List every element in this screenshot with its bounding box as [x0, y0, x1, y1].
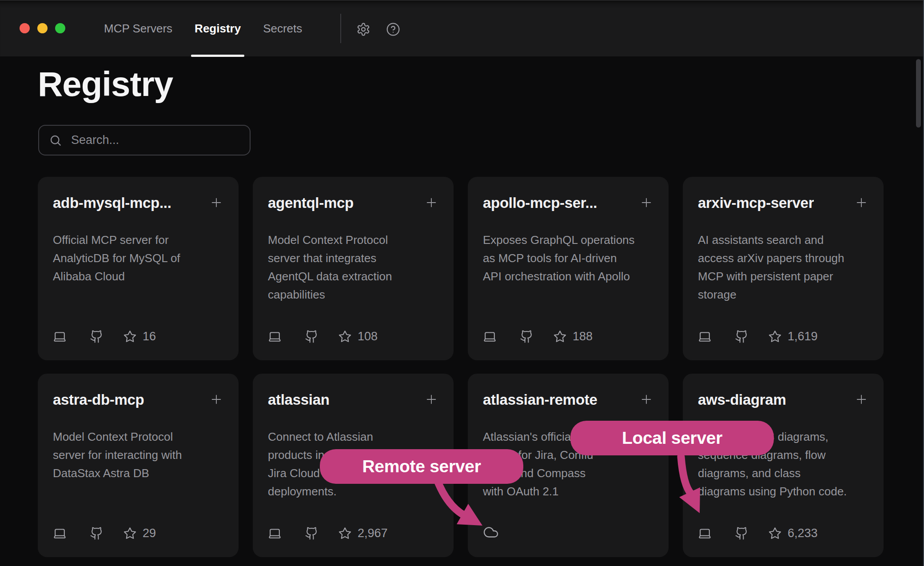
registry-card[interactable]: aws-diagram Generate AWS diagrams, seque…	[683, 374, 884, 557]
card-title: atlassian-remote	[483, 391, 597, 408]
card-description: Exposes GraphQL operations as MCP tools …	[483, 231, 653, 286]
star-count-value: 6,233	[788, 526, 818, 540]
star-count: 1,619	[768, 330, 818, 343]
github-icon	[90, 330, 104, 343]
toolbar: MCP Servers Registry Secrets	[0, 0, 923, 56]
github-icon	[305, 330, 319, 343]
star-count: 108	[338, 330, 378, 343]
laptop-icon	[268, 526, 282, 540]
star-icon	[123, 330, 137, 343]
card-title: adb-mysql-mcp...	[53, 195, 171, 211]
tab-secrets[interactable]: Secrets	[262, 0, 303, 57]
card-footer	[483, 524, 653, 540]
star-count: 2,967	[338, 526, 388, 540]
card-footer: 2,967	[268, 526, 438, 540]
toolbar-divider	[340, 14, 341, 43]
github-icon	[735, 330, 749, 343]
star-count-value: 1,619	[788, 330, 818, 343]
laptop-icon	[268, 330, 282, 343]
card-footer: 16	[53, 330, 223, 343]
card-footer: 188	[483, 330, 653, 343]
add-server-icon[interactable]	[209, 392, 223, 407]
star-icon	[338, 330, 352, 343]
registry-card[interactable]: astra-db-mcp Model Context Protocol serv…	[38, 374, 239, 557]
star-count: 188	[553, 330, 593, 343]
search-icon	[49, 134, 62, 147]
card-footer: 1,619	[698, 330, 868, 343]
github-icon	[90, 526, 104, 540]
help-icon[interactable]	[386, 22, 400, 36]
registry-card[interactable]: arxiv-mcp-server AI assistants search an…	[683, 177, 884, 360]
card-title: astra-db-mcp	[53, 391, 144, 408]
tab-bar: MCP Servers Registry Secrets	[103, 0, 303, 57]
star-icon	[553, 330, 567, 343]
registry-card[interactable]: adb-mysql-mcp... Official MCP server for…	[38, 177, 239, 360]
add-server-icon[interactable]	[209, 195, 223, 210]
scrollbar-thumb[interactable]	[916, 59, 921, 128]
star-count-value: 2,967	[358, 526, 388, 540]
card-title: agentql-mcp	[268, 195, 354, 211]
remote-server-callout: Remote server	[320, 449, 523, 484]
laptop-icon	[698, 330, 712, 343]
app-window: MCP Servers Registry Secrets Registry	[0, 0, 924, 566]
traffic-lights	[20, 23, 65, 33]
card-title: aws-diagram	[698, 391, 786, 408]
star-count: 16	[123, 330, 156, 343]
card-description: AI assistants search and access arXiv pa…	[698, 231, 868, 304]
page-title: Registry	[38, 67, 173, 101]
card-title: arxiv-mcp-server	[698, 195, 814, 211]
star-count-value: 188	[573, 330, 593, 343]
search-input[interactable]	[70, 133, 240, 147]
github-icon	[305, 526, 319, 540]
star-icon	[123, 526, 137, 540]
laptop-icon	[698, 526, 712, 540]
github-icon	[520, 330, 534, 343]
local-server-callout: Local server	[570, 421, 774, 455]
close-button[interactable]	[20, 23, 30, 33]
add-server-icon[interactable]	[639, 392, 653, 407]
star-count-value: 29	[143, 526, 156, 540]
card-description: Model Context Protocol server for intera…	[53, 428, 223, 482]
star-icon	[768, 526, 782, 540]
card-footer: 108	[268, 330, 438, 343]
cloud-icon	[483, 524, 499, 540]
tab-registry[interactable]: Registry	[194, 0, 242, 57]
card-description: Model Context Protocol server that integ…	[268, 231, 438, 304]
add-server-icon[interactable]	[854, 392, 868, 407]
settings-gear-icon[interactable]	[356, 22, 370, 36]
add-server-icon[interactable]	[854, 195, 868, 210]
card-title: apollo-mcp-ser...	[483, 195, 597, 211]
card-title: atlassian	[268, 391, 330, 408]
minimize-button[interactable]	[37, 23, 48, 33]
card-footer: 6,233	[698, 526, 868, 540]
card-description: Official MCP server for AnalyticDB for M…	[53, 231, 223, 286]
registry-card[interactable]: agentql-mcp Model Context Protocol serve…	[253, 177, 454, 360]
zoom-button[interactable]	[55, 23, 65, 33]
tab-mcp-servers[interactable]: MCP Servers	[103, 0, 173, 57]
add-server-icon[interactable]	[424, 392, 438, 407]
github-icon	[735, 526, 749, 540]
star-count: 29	[123, 526, 156, 540]
laptop-icon	[53, 330, 67, 343]
add-server-icon[interactable]	[424, 195, 438, 210]
star-count-value: 16	[143, 330, 156, 343]
laptop-icon	[483, 330, 497, 343]
star-icon	[768, 330, 782, 343]
star-count-value: 108	[358, 330, 378, 343]
laptop-icon	[53, 526, 67, 540]
search-box[interactable]	[38, 125, 251, 155]
card-footer: 29	[53, 526, 223, 540]
star-icon	[338, 526, 352, 540]
add-server-icon[interactable]	[639, 195, 653, 210]
registry-grid: adb-mysql-mcp... Official MCP server for…	[38, 177, 884, 557]
registry-card[interactable]: apollo-mcp-ser... Exposes GraphQL operat…	[468, 177, 669, 360]
star-count: 6,233	[768, 526, 818, 540]
